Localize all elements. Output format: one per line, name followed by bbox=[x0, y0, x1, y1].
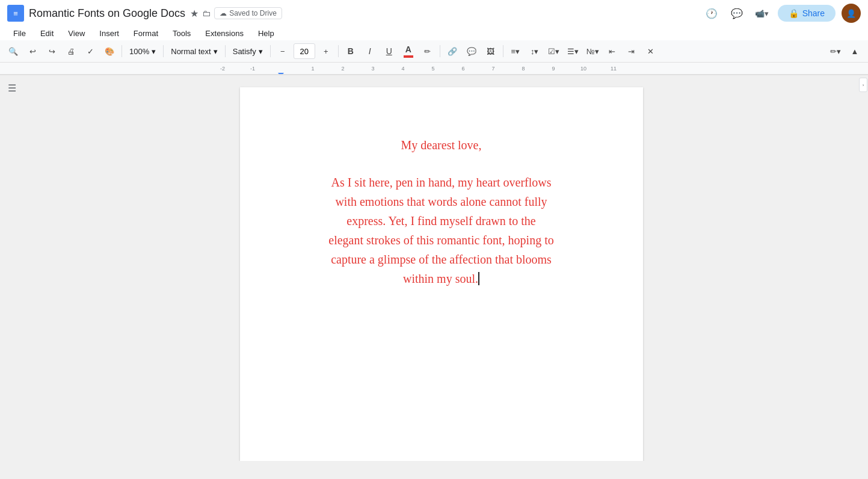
separator-3 bbox=[225, 45, 226, 57]
paint-format-button[interactable]: 🎨 bbox=[101, 43, 118, 60]
share-button[interactable]: 🔒 Share bbox=[778, 5, 836, 22]
style-chevron: ▾ bbox=[214, 47, 218, 56]
font-label: Satisfy bbox=[233, 47, 256, 56]
saved-badge: ☁ Saved to Drive bbox=[214, 7, 282, 19]
content-line-1: My dearest love, bbox=[288, 135, 595, 155]
lock-icon: 🔒 bbox=[789, 8, 799, 18]
document-content[interactable]: My dearest love, As I sit here, pen in h… bbox=[288, 135, 595, 288]
content-paragraph: As I sit here, pen in hand, my heart ove… bbox=[288, 173, 595, 288]
bold-button[interactable]: B bbox=[342, 43, 359, 60]
content-line-7: within my soul. bbox=[403, 272, 478, 285]
ruler-tab[interactable] bbox=[278, 73, 284, 75]
menu-help[interactable]: Help bbox=[252, 26, 280, 40]
ruler-mark-10: 10 bbox=[580, 66, 586, 72]
spellcheck-button[interactable]: ✓ bbox=[82, 43, 99, 60]
numbered-list-button[interactable]: №▾ bbox=[584, 43, 602, 60]
right-actions: 🕐 💬 📹▾ 🔒 Share 👤 bbox=[702, 4, 861, 23]
indent-decrease-button[interactable]: ⇤ bbox=[604, 43, 621, 60]
document-page[interactable]: My dearest love, As I sit here, pen in h… bbox=[240, 87, 643, 461]
comment-insert-button[interactable]: 💬 bbox=[463, 43, 480, 60]
menu-tools[interactable]: Tools bbox=[167, 26, 197, 40]
image-button[interactable]: 🖼 bbox=[482, 43, 499, 60]
align-button[interactable]: ≡▾ bbox=[507, 43, 524, 60]
share-label: Share bbox=[802, 8, 825, 18]
text-style-selector[interactable]: Normal text ▾ bbox=[167, 43, 221, 60]
search-button[interactable]: 🔍 bbox=[5, 43, 22, 60]
star-icon[interactable]: ★ bbox=[190, 8, 199, 19]
user-avatar[interactable]: 👤 bbox=[842, 4, 861, 23]
top-bar: Romantic Fonts on Google Docs ★ 🗀 ☁ Save… bbox=[0, 0, 868, 75]
zoom-chevron: ▾ bbox=[152, 47, 156, 56]
font-size-input[interactable]: 20 bbox=[294, 43, 315, 59]
ruler-mark-neg2: -2 bbox=[220, 66, 225, 72]
content-line-5: elegant strokes of this romantic font, h… bbox=[328, 233, 553, 247]
zoom-label: 100% bbox=[129, 47, 149, 56]
title-icons: ★ 🗀 ☁ Saved to Drive bbox=[190, 7, 282, 19]
indent-increase-button[interactable]: ⇥ bbox=[623, 43, 640, 60]
text-color-letter: A bbox=[405, 45, 411, 54]
clear-format-button[interactable]: ✕ bbox=[642, 43, 659, 60]
content-line-3: with emotions that words alone cannot fu… bbox=[335, 195, 547, 208]
document-title[interactable]: Romantic Fonts on Google Docs bbox=[29, 7, 185, 20]
separator-4 bbox=[270, 45, 271, 57]
title-bar: Romantic Fonts on Google Docs ★ 🗀 ☁ Save… bbox=[0, 0, 868, 26]
separator-1 bbox=[122, 45, 122, 57]
font-size-increase-button[interactable]: + bbox=[318, 43, 334, 60]
content-line-6: capture a glimpse of the affection that … bbox=[331, 253, 552, 266]
text-color-button[interactable]: A bbox=[400, 43, 417, 60]
editing-mode-button[interactable]: ✏▾ bbox=[827, 43, 844, 60]
meet-button[interactable]: 📹▾ bbox=[753, 4, 772, 23]
ruler-mark-5: 5 bbox=[431, 66, 434, 72]
menu-edit[interactable]: Edit bbox=[34, 26, 60, 40]
comment-button[interactable]: 💬 bbox=[727, 4, 746, 23]
ruler-mark-2: 2 bbox=[341, 66, 344, 72]
redo-button[interactable]: ↪ bbox=[43, 43, 60, 60]
zoom-selector[interactable]: 100% ▾ bbox=[126, 43, 159, 60]
ruler-mark-7: 7 bbox=[491, 66, 494, 72]
bullet-list-button[interactable]: ☰▾ bbox=[565, 43, 582, 60]
italic-button[interactable]: I bbox=[362, 43, 378, 60]
menu-file[interactable]: File bbox=[7, 26, 32, 40]
menu-view[interactable]: View bbox=[62, 26, 91, 40]
outline-icon[interactable]: ☰ bbox=[8, 82, 16, 94]
separator-5 bbox=[338, 45, 339, 57]
undo-button[interactable]: ↩ bbox=[24, 43, 41, 60]
text-style-label: Normal text bbox=[171, 47, 211, 56]
menu-extensions[interactable]: Extensions bbox=[199, 26, 250, 40]
folder-icon[interactable]: 🗀 bbox=[202, 8, 211, 18]
ruler-mark-6: 6 bbox=[461, 66, 464, 72]
text-cursor bbox=[478, 272, 479, 285]
document-area[interactable]: My dearest love, As I sit here, pen in h… bbox=[24, 75, 858, 461]
ruler-mark-neg1: -1 bbox=[250, 66, 255, 72]
history-button[interactable]: 🕐 bbox=[702, 4, 721, 23]
sidebar-right: › bbox=[858, 75, 868, 461]
checklist-button[interactable]: ☑▾ bbox=[546, 43, 562, 60]
ruler-mark-1: 1 bbox=[311, 66, 314, 72]
toolbar: 🔍 ↩ ↪ 🖨 ✓ 🎨 100% ▾ Normal text ▾ Satisfy… bbox=[0, 40, 868, 63]
ruler-mark-11: 11 bbox=[611, 66, 617, 72]
line-spacing-button[interactable]: ↕▾ bbox=[526, 43, 543, 60]
font-size-decrease-button[interactable]: − bbox=[274, 43, 291, 60]
font-size-value: 20 bbox=[300, 47, 309, 56]
menu-format[interactable]: Format bbox=[128, 26, 164, 40]
menu-insert[interactable]: Insert bbox=[93, 26, 125, 40]
underline-button[interactable]: U bbox=[381, 43, 398, 60]
link-button[interactable]: 🔗 bbox=[444, 43, 461, 60]
ruler: -2 -1 1 2 3 4 5 6 7 8 9 10 11 bbox=[0, 63, 868, 75]
sidebar-collapse-button[interactable]: › bbox=[859, 78, 867, 92]
collapse-toolbar-button[interactable]: ▲ bbox=[846, 43, 863, 60]
font-selector[interactable]: Satisfy ▾ bbox=[229, 43, 266, 60]
content-line-4: express. Yet, I find myself drawn to the bbox=[346, 214, 535, 227]
text-color-indicator bbox=[404, 55, 413, 58]
content-line-2: As I sit here, pen in hand, my heart ove… bbox=[331, 176, 551, 189]
menu-bar: File Edit View Insert Format Tools Exten… bbox=[0, 26, 868, 40]
ruler-mark-8: 8 bbox=[522, 66, 525, 72]
ruler-mark-4: 4 bbox=[401, 66, 404, 72]
sidebar-left: ☰ bbox=[0, 75, 24, 461]
main-layout: ☰ My dearest love, As I sit here, pen in… bbox=[0, 75, 868, 461]
separator-7 bbox=[503, 45, 503, 57]
print-button[interactable]: 🖨 bbox=[63, 43, 79, 60]
separator-6 bbox=[440, 45, 440, 57]
google-docs-icon bbox=[7, 5, 24, 22]
highlight-button[interactable]: ✏ bbox=[419, 43, 436, 60]
